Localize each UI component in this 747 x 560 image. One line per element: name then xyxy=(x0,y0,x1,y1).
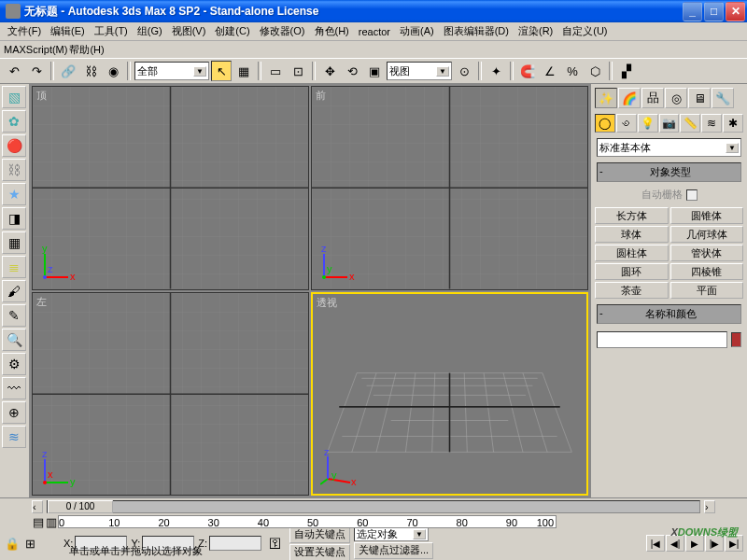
rollout-name-color[interactable]: -名称和颜色 xyxy=(597,304,741,324)
teapot-button[interactable]: 茶壶 xyxy=(595,282,669,299)
mirror-button[interactable]: ▞ xyxy=(616,61,637,81)
star-tab-icon[interactable]: ★ xyxy=(2,183,26,205)
goto-start-button[interactable]: |◀ xyxy=(646,535,665,552)
cylinder-button[interactable]: 圆柱体 xyxy=(595,245,669,261)
time-slider[interactable]: ‹ 0 / 100 › xyxy=(0,498,747,515)
track-toggle-1[interactable]: ▤ xyxy=(32,515,45,528)
slider-thumb[interactable]: 0 / 100 xyxy=(48,500,113,513)
z-input[interactable] xyxy=(209,536,261,551)
display-tab[interactable]: 🖥 xyxy=(688,88,711,108)
menu-graph[interactable]: 图表编辑器(D) xyxy=(440,22,513,40)
selection-filter-dropdown[interactable]: 全部 ▼ xyxy=(134,62,209,80)
plane-button[interactable]: 平面 xyxy=(670,282,744,299)
wand-tab-icon[interactable]: ✎ xyxy=(2,304,26,327)
play-button[interactable]: ▶ xyxy=(685,535,704,552)
shape-tab-icon[interactable]: ✿ xyxy=(2,110,26,133)
shapes-subtab[interactable]: ꩜ xyxy=(616,114,637,133)
create-tab[interactable]: ✨ xyxy=(595,88,617,108)
menu-create[interactable]: 创建(C) xyxy=(211,22,253,40)
timeline-ruler[interactable]: 0 10 20 30 40 50 60 70 80 90 100 xyxy=(58,515,557,528)
tube-button[interactable]: 管状体 xyxy=(670,245,744,261)
hierarchy-tab[interactable]: 品 xyxy=(641,88,664,108)
water-tab-icon[interactable]: ≋ xyxy=(2,426,26,448)
ref-coord-dropdown[interactable]: 视图 ▼ xyxy=(387,62,452,80)
slider-track[interactable]: 0 / 100 xyxy=(47,500,700,513)
viewport-left[interactable]: 左 yzx xyxy=(32,292,309,497)
menu-tools[interactable]: 工具(T) xyxy=(91,22,132,40)
category-dropdown[interactable]: 标准基本体 ▼ xyxy=(597,138,741,157)
modifier-tab-icon[interactable]: ◨ xyxy=(2,207,26,230)
checker-tab-icon[interactable]: ▦ xyxy=(2,231,26,254)
motion-tab[interactable]: ◎ xyxy=(665,88,687,108)
brush-tab-icon[interactable]: 🖌 xyxy=(2,280,26,302)
undo-button[interactable]: ↶ xyxy=(4,61,24,81)
viewport-top[interactable]: 顶 xyz xyxy=(32,86,309,290)
maximize-button[interactable]: □ xyxy=(704,2,724,21)
menu-modifiers[interactable]: 修改器(O) xyxy=(256,22,309,40)
helpers-subtab[interactable]: 📏 xyxy=(680,114,700,133)
viewport-front[interactable]: 前 xzy xyxy=(311,86,588,290)
window-crossing-button[interactable]: ⊡ xyxy=(288,61,308,81)
stack-tab-icon[interactable]: ≣ xyxy=(2,256,26,278)
bind-button[interactable]: ◉ xyxy=(103,61,123,81)
menu-group[interactable]: 组(G) xyxy=(134,22,166,40)
color-swatch[interactable] xyxy=(731,332,741,347)
cone-button[interactable]: 圆锥体 xyxy=(670,207,744,224)
goto-end-button[interactable]: ▶| xyxy=(725,535,743,552)
menu-file[interactable]: 文件(F) xyxy=(4,22,45,40)
lock-button[interactable]: 🔒 xyxy=(4,535,21,552)
rect-select-button[interactable]: ▭ xyxy=(265,61,286,81)
prev-frame-button[interactable]: ◀| xyxy=(666,535,684,552)
close-button[interactable]: ✕ xyxy=(726,2,745,21)
link-tab-icon[interactable]: ⚙ xyxy=(2,353,26,375)
select-button[interactable]: ↖ xyxy=(211,61,232,81)
slider-right-button[interactable]: › xyxy=(704,500,715,513)
redo-button[interactable]: ↷ xyxy=(26,61,47,81)
rollout-objtype[interactable]: -对象类型 xyxy=(597,162,741,182)
torus-button[interactable]: 圆环 xyxy=(595,263,669,280)
menu-edit[interactable]: 编辑(E) xyxy=(47,22,89,40)
link-button[interactable]: 🔗 xyxy=(58,61,78,81)
chain-tab-icon[interactable]: ⛓ xyxy=(2,159,26,181)
lights-subtab[interactable]: 💡 xyxy=(638,114,658,133)
systems-subtab[interactable]: ✱ xyxy=(723,114,743,133)
sphere-button[interactable]: 球体 xyxy=(595,226,669,243)
minimize-button[interactable]: _ xyxy=(683,2,702,21)
pyramid-button[interactable]: 四棱锥 xyxy=(670,263,744,280)
percent-snap-button[interactable]: % xyxy=(562,61,583,81)
select-name-button[interactable]: ▦ xyxy=(233,61,254,81)
unlink-button[interactable]: ⛓ xyxy=(80,61,101,81)
geometry-subtab[interactable]: ◯ xyxy=(595,114,615,133)
space-subtab[interactable]: ≋ xyxy=(701,114,722,133)
menu-views[interactable]: 视图(V) xyxy=(168,22,210,40)
manipulate-button[interactable]: ✦ xyxy=(486,61,506,81)
pivot-button[interactable]: ⊙ xyxy=(454,61,474,81)
move-button[interactable]: ✥ xyxy=(319,61,340,81)
menu-customize[interactable]: 自定义(U) xyxy=(558,22,611,40)
menu-help[interactable]: 帮助(H) xyxy=(69,43,104,57)
spinner-snap-button[interactable]: ⬡ xyxy=(585,61,605,81)
sphere-tab-icon[interactable]: 🔴 xyxy=(2,134,26,157)
menu-character[interactable]: 角色(H) xyxy=(311,22,353,40)
cable-tab-icon[interactable]: 〰 xyxy=(2,377,26,399)
key-icon[interactable]: ⚿ xyxy=(265,533,286,553)
track-toggle-2[interactable]: ▥ xyxy=(45,515,58,528)
cameras-subtab[interactable]: 📷 xyxy=(659,114,680,133)
autogrid-checkbox[interactable]: 自动栅格 xyxy=(593,186,745,203)
utilities-tab[interactable]: 🔧 xyxy=(712,88,734,108)
keyfilter-button[interactable]: 关键点过滤器... xyxy=(354,542,433,559)
rotate-button[interactable]: ⟲ xyxy=(342,61,362,81)
snap-button[interactable]: 🧲 xyxy=(517,61,538,81)
box-tab-icon[interactable]: ▧ xyxy=(2,86,26,108)
setkey-button[interactable]: 设置关键点 xyxy=(289,544,350,561)
misc-tab-icon[interactable]: ⊕ xyxy=(2,401,26,424)
viewport-perspective[interactable]: 透视 xzy xyxy=(311,292,588,497)
menu-animation[interactable]: 动画(A) xyxy=(396,22,438,40)
modify-tab[interactable]: 🌈 xyxy=(618,88,641,108)
snap-toggle[interactable]: ⊞ xyxy=(21,535,38,552)
search-tab-icon[interactable]: 🔍 xyxy=(2,329,26,351)
next-frame-button[interactable]: |▶ xyxy=(705,535,724,552)
angle-snap-button[interactable]: ∠ xyxy=(540,61,560,81)
menu-maxscript[interactable]: MAXScript(M) xyxy=(4,44,67,55)
object-name-input[interactable] xyxy=(597,331,727,348)
